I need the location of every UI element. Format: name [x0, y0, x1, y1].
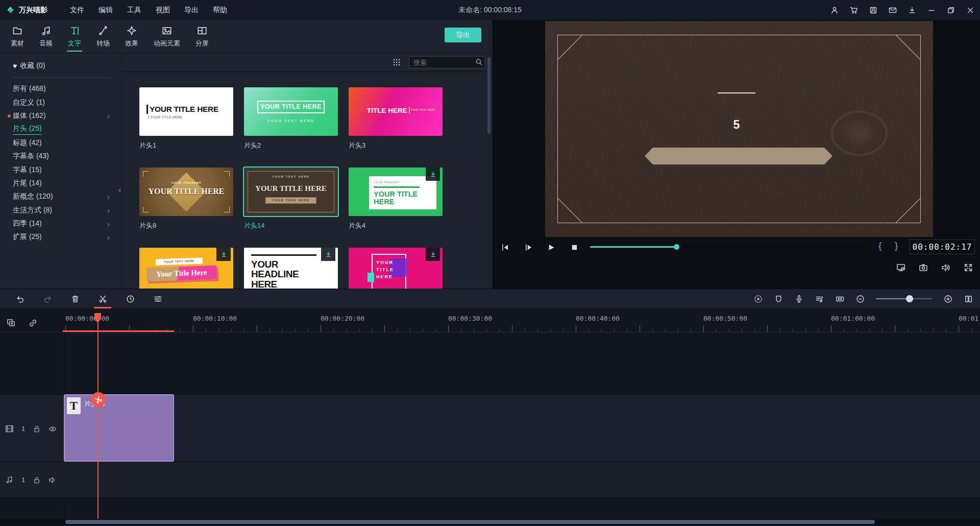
- zoom-out-button[interactable]: [855, 294, 865, 303]
- tab-文字[interactable]: 文字: [60, 21, 89, 52]
- cart-button[interactable]: [849, 6, 859, 15]
- delete-icon: [71, 295, 80, 303]
- menu-导出[interactable]: 导出: [179, 0, 204, 20]
- seek-handle[interactable]: [674, 244, 679, 250]
- undo-button[interactable]: [15, 294, 24, 303]
- template-thumbnail[interactable]: YOUR PRESENTYOUR TITLE HERE: [139, 168, 233, 216]
- fit-timeline-button[interactable]: [835, 294, 844, 303]
- template-thumbnail[interactable]: YOUR TEXT HEREYour Title Here: [139, 248, 233, 289]
- sidebar-favorites[interactable]: ♥ 收藏 (0): [0, 53, 122, 70]
- tab-分屏[interactable]: 分屏: [188, 21, 216, 52]
- account-button[interactable]: [830, 6, 839, 15]
- zoom-in-button[interactable]: [943, 294, 952, 303]
- zoom-slider-handle[interactable]: [906, 295, 913, 302]
- template-thumbnail[interactable]: YOUR TEXT HEREYOUR TITLE HEREYOUR TAKE H…: [244, 168, 338, 216]
- menu-工具[interactable]: 工具: [122, 0, 146, 20]
- audio-mixer-button[interactable]: [815, 294, 824, 303]
- render-preview-button[interactable]: [753, 294, 763, 303]
- sidebar-item-扩展 (25)[interactable]: 扩展 (25)›: [0, 230, 122, 244]
- sidebar-item-生活方式 (8)[interactable]: 生活方式 (8)›: [0, 204, 122, 217]
- sidebar-item-新概念 (120)[interactable]: 新概念 (120)›: [0, 190, 122, 203]
- template-card[interactable]: YOUR TITLE HERE: [349, 248, 443, 289]
- template-thumbnail[interactable]: YOUR TITLE HEREYOUR TEXT HERE: [244, 87, 338, 136]
- template-name: 片头14: [244, 221, 338, 230]
- volume-button[interactable]: [941, 263, 950, 272]
- library-tabs: 素材音频文字转场效果动画元素分屏: [3, 21, 216, 52]
- voiceover-button[interactable]: [794, 294, 803, 303]
- tab-label: 转场: [96, 39, 110, 48]
- current-timecode[interactable]: 00:00:02:17: [910, 240, 975, 254]
- template-card-片头4[interactable]: YOUR PRESENTYOUR TITLE HERE片头4: [349, 168, 443, 230]
- sidebar-item-字幕 (15)[interactable]: 字幕 (15): [0, 163, 122, 176]
- grid-vertical-scrollbar[interactable]: [487, 57, 491, 134]
- mail-button[interactable]: [888, 6, 897, 15]
- close-button[interactable]: [966, 6, 975, 15]
- sidebar-item-片尾 (14)[interactable]: 片尾 (14): [0, 177, 122, 190]
- tab-动画元素[interactable]: 动画元素: [146, 21, 188, 52]
- mark-out-button[interactable]: }: [895, 240, 898, 251]
- template-card-片头14[interactable]: YOUR TEXT HEREYOUR TITLE HEREYOUR TAKE H…: [244, 168, 338, 230]
- lock-open-button[interactable]: [33, 425, 41, 433]
- template-card[interactable]: YOUR TEXT HEREYour Title Here: [139, 248, 233, 289]
- play-quality-button[interactable]: [896, 263, 905, 272]
- marker-button[interactable]: [774, 294, 783, 303]
- panel-layout-button[interactable]: [964, 294, 973, 303]
- menu-文件[interactable]: 文件: [65, 0, 89, 20]
- eye-button[interactable]: [48, 425, 57, 433]
- menu-视图[interactable]: 视图: [151, 0, 175, 20]
- template-thumbnail[interactable]: YOUR TITLE HEREYOUR TITLE HERE: [139, 87, 233, 136]
- menu-帮助[interactable]: 帮助: [208, 0, 232, 20]
- tab-效果[interactable]: 效果: [117, 21, 146, 52]
- template-thumbnail[interactable]: YOUR TITLE HERE: [349, 248, 443, 289]
- search-input[interactable]: [409, 56, 485, 68]
- duration-button[interactable]: [126, 294, 135, 303]
- timeline-hscroll-thumb[interactable]: [65, 520, 875, 524]
- restore-button[interactable]: [946, 6, 955, 15]
- menu-编辑[interactable]: 编辑: [93, 0, 118, 20]
- play-button[interactable]: [546, 242, 556, 252]
- minimize-button[interactable]: [927, 6, 936, 15]
- split-button[interactable]: [98, 294, 107, 303]
- sidebar-item-自定义 (1)[interactable]: 自定义 (1): [0, 95, 122, 109]
- template-card[interactable]: YOUR HEADLINE HERE: [244, 248, 338, 289]
- view-mode-grid-icon[interactable]: [393, 58, 401, 66]
- template-card-片头3[interactable]: TITLE HEREYOUR TEXT HERE片头3: [349, 87, 443, 150]
- snapshot-button[interactable]: [919, 263, 928, 272]
- sidebar-item-四季 (14)[interactable]: 四季 (14)›: [0, 217, 122, 230]
- sidebar-collapse-icon[interactable]: ‹: [118, 185, 121, 195]
- export-button[interactable]: 导出: [445, 28, 481, 42]
- previous-frame-button[interactable]: [500, 242, 510, 252]
- template-card-片头8[interactable]: YOUR PRESENTYOUR TITLE HERE片头8: [139, 168, 233, 230]
- template-thumbnail[interactable]: TITLE HEREYOUR TEXT HERE: [349, 87, 443, 136]
- mark-in-button[interactable]: {: [878, 240, 881, 251]
- timeline-zoom-slider[interactable]: [876, 294, 932, 303]
- adjust-button[interactable]: [153, 294, 162, 303]
- template-thumbnail[interactable]: YOUR HEADLINE HERE: [244, 248, 338, 289]
- delete-button[interactable]: [70, 294, 80, 303]
- download-button[interactable]: [908, 6, 917, 15]
- tab-素材[interactable]: 素材: [3, 21, 32, 52]
- sidebar-item-片头 (25)[interactable]: 片头 (25): [0, 123, 122, 136]
- tab-转场[interactable]: 转场: [89, 21, 117, 52]
- template-card-片头2[interactable]: YOUR TITLE HEREYOUR TEXT HERE片头2: [244, 87, 338, 150]
- save-button[interactable]: [869, 6, 878, 15]
- stop-button[interactable]: [569, 242, 579, 252]
- lock-open-button[interactable]: [33, 476, 41, 484]
- tab-音频[interactable]: 音频: [32, 21, 60, 52]
- template-thumbnail[interactable]: YOUR PRESENTYOUR TITLE HERE: [349, 168, 443, 216]
- timeline-ruler[interactable]: 00:00:00:0000:00:10:0000:00:20:0000:00:3…: [0, 308, 980, 332]
- seek-bar[interactable]: [590, 246, 868, 248]
- audio-track[interactable]: [0, 462, 980, 497]
- redo-button[interactable]: [43, 294, 52, 303]
- next-frame-button[interactable]: [523, 242, 533, 252]
- sidebar-item-所有 (468)[interactable]: 所有 (468): [0, 82, 122, 95]
- split-clip-button[interactable]: [91, 392, 106, 407]
- sidebar-item-媒体 (162)[interactable]: 媒体 (162)›: [0, 109, 122, 123]
- speaker-button[interactable]: [48, 476, 57, 484]
- timeline-clip[interactable]: T 片头14: [64, 394, 174, 462]
- stop-icon: [570, 243, 579, 252]
- sidebar-item-字幕条 (43)[interactable]: 字幕条 (43): [0, 150, 122, 163]
- template-card-片头1[interactable]: YOUR TITLE HEREYOUR TITLE HERE片头1: [139, 87, 233, 150]
- sidebar-item-标题 (42)[interactable]: 标题 (42): [0, 136, 122, 150]
- fullscreen-button[interactable]: [964, 263, 973, 272]
